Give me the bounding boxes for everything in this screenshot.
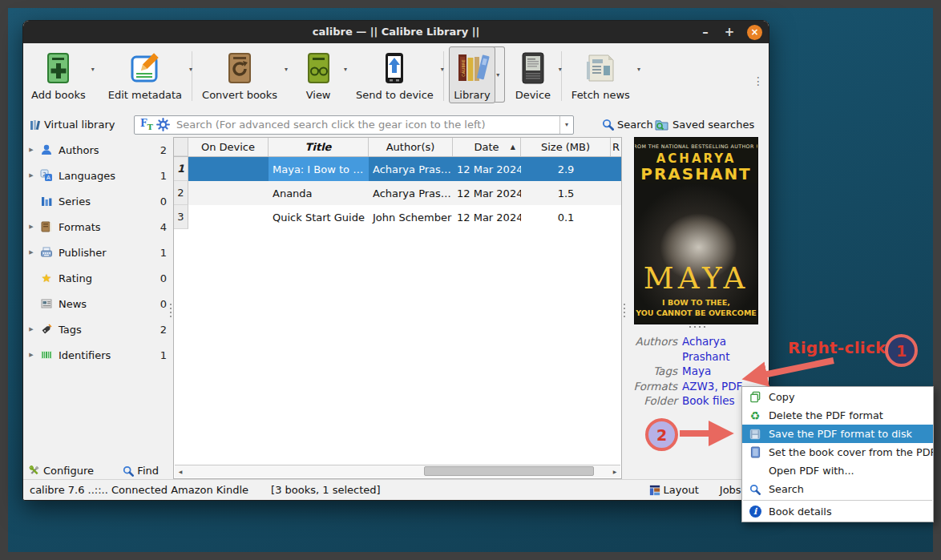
cell-date[interactable]: 12 Mar 2024 [453,181,521,205]
tags-label: Tags [626,364,677,379]
cell-size[interactable]: 0.1 [521,205,611,229]
expander-icon[interactable]: ▶ [26,147,36,153]
cell-date[interactable]: 12 Mar 2024 [453,157,521,181]
edit-metadata-icon [127,50,164,87]
expander-icon[interactable]: ▶ [26,326,36,332]
virtual-library-button[interactable]: Virtual library [30,119,115,131]
chevron-down-icon[interactable]: ▾ [441,66,444,73]
menu-item-copy[interactable]: Copy [742,388,933,406]
toolbar-send-to-device[interactable]: ▾ Send to device [356,50,434,101]
column-header-title[interactable]: Title [269,138,369,156]
folder-link[interactable]: Book files [682,393,734,409]
menu-item-delete-format[interactable]: ♻ Delete the PDF format [742,406,933,425]
menu-item-search[interactable]: Search [742,480,933,498]
menu-item-save-format[interactable]: Save the PDF format to disk [742,425,933,443]
cell-size[interactable]: 2.9 [521,157,611,181]
column-header-partial[interactable]: R [611,138,621,156]
format-azw3-link[interactable]: AZW3 [682,380,714,393]
chevron-down-icon[interactable]: ▾ [559,66,562,73]
toolbar-separator [561,51,562,101]
chevron-down-icon[interactable]: ▾ [189,66,192,73]
cell-authors[interactable]: Acharya Pras… [369,157,453,181]
cell-authors[interactable]: John Schember [369,205,453,229]
chevron-down-icon[interactable]: ▾ [285,66,288,73]
menu-item-open-with[interactable]: Open PDF with... [742,461,933,480]
titlebar[interactable]: calibre — || Calibre Library || – + × [23,21,769,43]
cell-authors[interactable]: Acharya Pras… [369,181,453,205]
sidebar-item-tags[interactable]: ▶ Tags 2 [26,316,172,342]
table-row[interactable]: 1 Maya: I Bow to … Acharya Pras… 12 Mar … [174,157,621,181]
chevron-down-icon[interactable]: ▾ [344,66,347,73]
menu-item-set-cover[interactable]: Set the book cover from the PDF [742,443,933,461]
sidebar-item-rating[interactable]: ★ Rating 0 [26,265,172,291]
expander-icon[interactable]: ▶ [26,172,36,179]
expander-icon[interactable]: ▶ [26,249,36,256]
close-button[interactable]: × [747,25,762,40]
toolbar-view[interactable]: ▾ View [300,50,337,101]
sidebar-item-news[interactable]: News 0 [26,291,172,316]
virtual-library-label: Virtual library [44,119,115,131]
table-row[interactable]: 2 Ananda Acharya Pras… 12 Mar 2024 1.5 [174,181,621,205]
column-header-on-device[interactable]: On Device [188,138,269,156]
format-pdf-link[interactable]: PDF [721,380,742,393]
search-highlight-toggle-icon[interactable]: FT [140,118,153,131]
cell-on-device[interactable] [188,205,269,229]
cell-title[interactable]: Ananda [269,181,369,205]
sidebar-item-authors[interactable]: ▶ Authors 2 [26,137,172,163]
cell-size[interactable]: 1.5 [521,181,611,205]
toolbar-device[interactable]: ▾ Device [515,50,551,101]
maximize-button[interactable]: + [723,25,736,39]
expander-icon[interactable]: ▶ [26,352,36,358]
cell-title[interactable]: Quick Start Guide [269,205,369,229]
book-cover[interactable]: FROM THE NATIONAL BESTSELLING AUTHOR ACH… [635,138,757,324]
gear-icon[interactable] [156,118,170,131]
search-button[interactable]: Search [602,119,653,131]
sidebar-item-formats[interactable]: ▶ Formats 4 [26,214,172,240]
sidebar-item-identifiers[interactable]: ▶ Identifiers 1 [26,342,172,368]
column-header-date[interactable]: Date▲ [453,138,521,156]
menu-item-book-details[interactable]: i Book details [742,502,933,521]
layout-button[interactable]: Layout [649,484,699,496]
toolbar-add-books[interactable]: ▾ Add books [31,50,86,101]
toolbar-overflow-icon[interactable]: ⋮ [753,75,764,87]
sidebar-item-languages[interactable]: ▶ 2A Languages 1 [26,163,172,188]
screenshot-root: calibre — || Calibre Library || – + × ▾ … [0,0,941,560]
minimize-button[interactable]: – [699,25,712,39]
cell-on-device[interactable] [188,181,269,205]
authors-link[interactable]: Acharya Prashant [682,334,759,364]
annotation-step-2-badge: 2 [645,418,678,451]
chevron-down-icon[interactable]: ▾ [637,66,640,73]
sidebar-item-series[interactable]: Series 0 [26,188,172,214]
chevron-down-icon[interactable]: ▾ [91,66,95,73]
column-header-size[interactable]: Size (MB) [521,138,611,156]
sidebar-item-publisher[interactable]: ▶ Publisher 1 [26,240,172,265]
search-history-dropdown[interactable]: ▾ [559,116,573,134]
virtual-library-icon [30,119,40,131]
horizontal-scrollbar[interactable]: ◀ ▶ [175,465,620,477]
scroll-left-icon[interactable]: ◀ [175,465,186,477]
search-input[interactable] [175,118,559,131]
sidebar-count: 0 [160,272,167,284]
splitter-handle[interactable] [624,304,625,317]
find-button[interactable]: Find [123,465,159,477]
scrollbar-thumb[interactable] [424,466,593,476]
toolbar-edit-metadata[interactable]: ▾ Edit metadata [108,50,182,101]
toolbar-fetch-news[interactable]: ▾ Fetch news [571,50,630,101]
cell-title[interactable]: Maya: I Bow to … [269,157,369,181]
saved-searches-button[interactable]: Saved searches [655,119,754,131]
splitter-handle[interactable] [170,304,172,317]
toolbar-library[interactable]: CALIBRE Library [454,50,491,101]
toolbar-convert-books[interactable]: ▾ Convert books [202,50,277,101]
cell-date[interactable]: 12 Mar 2024 [453,205,521,229]
save-disk-icon [747,428,763,441]
toolbar-label: Device [515,89,551,101]
cover-splitter-handle[interactable] [689,326,705,328]
expander-icon[interactable]: ▶ [26,224,36,230]
search-button-label: Search [617,119,653,131]
table-row[interactable]: 3 Quick Start Guide John Schember 12 Mar… [174,205,621,229]
tags-link[interactable]: Maya [682,364,711,379]
cell-on-device[interactable] [188,157,269,181]
scroll-right-icon[interactable]: ▶ [609,465,620,477]
configure-button[interactable]: Configure [28,465,94,477]
column-header-authors[interactable]: Author(s) [369,138,453,156]
